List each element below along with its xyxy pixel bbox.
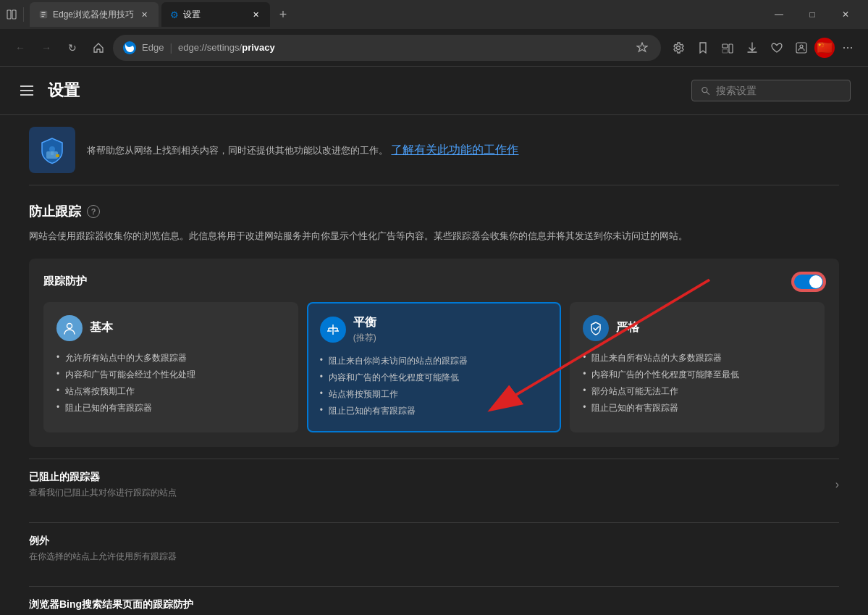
card-basic-item-4: 阻止已知的有害跟踪器 [56,400,285,417]
blocked-trackers-section[interactable]: 已阻止的跟踪器 查看我们已阻止其对你进行跟踪的站点 › [29,459,839,511]
toggle-knob [809,275,822,288]
collections-icon[interactable] [716,36,739,59]
card-strict-list: 阻止来自所有站点的大多数跟踪器 内容和广告的个性化程度可能降至最低 部分站点可能… [583,350,812,417]
blocked-title: 已阻止的跟踪器 [29,471,177,484]
tracking-section: 防止跟踪 ? 网站会使用跟踪器收集你的浏览信息。此信息将用于改进网站服务并向你显… [29,203,839,615]
more-title: 浏览器Bing搜索结果页面的跟踪防护 [29,598,839,611]
svg-rect-0 [7,10,11,19]
card-strict-item-4: 阻止已知的有害跟踪器 [583,400,812,417]
refresh-btn[interactable]: ↻ [61,36,84,59]
exceptions-desc: 在你选择的站点上允许使用所有跟踪器 [29,551,839,563]
new-tab-btn[interactable]: + [273,4,293,25]
address-url: edge://settings/privacy [178,42,275,53]
tab-2-label: 设置 [183,9,201,21]
sidebar-toggle-btn[interactable] [6,9,17,20]
blocked-desc: 查看我们已阻止其对你进行跟踪的站点 [29,487,177,499]
exceptions-section: 例外 在你选择的站点上允许使用所有跟踪器 [29,522,839,574]
exceptions-title: 例外 [29,535,839,548]
card-balanced-item-3: 站点将按预期工作 [320,386,549,403]
close-btn[interactable]: ✕ [829,3,862,26]
minimize-btn[interactable]: — [762,3,796,26]
svg-point-10 [49,146,55,152]
shield-big-icon [29,127,75,173]
maximize-btn[interactable]: □ [796,3,829,26]
svg-rect-5 [729,44,733,53]
back-btn[interactable]: ← [9,36,32,59]
card-balanced-title: 平衡 [353,315,376,330]
banner-link[interactable]: 了解有关此功能的工作作 [391,143,518,156]
card-balanced-item-1: 阻止来自你尚未访问的站点的跟踪器 [320,353,549,369]
banner-text: 将帮助您从网络上找到相关内容，同时还提供其他功能以改进您的工作。 了解有关此功能… [87,143,518,158]
favorites-btn[interactable] [633,39,651,57]
settings-icon[interactable] [667,36,690,59]
svg-rect-12 [56,154,59,157]
hamburger-menu[interactable] [17,83,36,99]
card-balanced-list: 阻止来自你尚未访问的站点的跟踪器 内容和广告的个性化程度可能降低 站点将按预期工… [320,353,549,419]
card-basic-icon [56,315,83,341]
card-basic-title: 基本 [90,320,113,335]
card-balanced-subtitle: (推荐) [353,332,376,344]
card-strict-icon [583,315,609,341]
svg-rect-11 [51,151,54,155]
address-box[interactable]: Edge | edge://settings/privacy [113,35,661,61]
download-icon[interactable] [741,36,764,59]
card-basic[interactable]: 基本 允许所有站点中的大多数跟踪器 内容和广告可能会经过个性化处理 站点将按预期… [43,302,298,432]
heart-icon[interactable] [765,36,788,59]
card-strict[interactable]: 严格 阻止来自所有站点的大多数跟踪器 内容和广告的个性化程度可能降至最低 部分站… [570,302,825,432]
section-desc: 网站会使用跟踪器收集你的浏览信息。此信息将用于改进网站服务并向你显示个性化广告等… [29,229,839,244]
tracking-box: 跟踪防护 [29,259,839,447]
edge-icon [123,41,136,54]
banner-area: 将帮助您从网络上找到相关内容，同时还提供其他功能以改进您的工作。 了解有关此功能… [29,115,839,185]
svg-rect-3 [722,44,728,48]
tracking-header: 跟踪防护 [43,273,825,290]
profile-icon[interactable] [790,36,813,59]
svg-rect-4 [722,49,728,53]
search-icon [701,85,710,96]
tracking-label: 跟踪防护 [43,275,87,288]
card-strict-header: 严格 [583,315,812,341]
account-flag[interactable]: 🇨🇳 [814,38,835,58]
settings-content: 设置 [0,67,868,615]
card-basic-item-2: 内容和广告可能会经过个性化处理 [56,367,285,383]
more-section: 浏览器Bing搜索结果页面的跟踪防护 [29,586,839,615]
tab-2[interactable]: ⚙ 设置 ✕ [161,2,270,27]
search-box[interactable] [691,80,851,101]
tab-1-close[interactable]: ✕ [138,9,150,20]
chevron-right-icon: › [835,478,839,491]
search-input[interactable] [716,85,841,96]
card-basic-item-1: 允许所有站点中的大多数跟踪器 [56,350,285,367]
settings-page-title: 设置 [48,80,80,101]
tab-1-label: Edge浏览器使用技巧 [53,9,134,21]
card-basic-item-3: 站点将按预期工作 [56,383,285,400]
addressbar: ← → ↻ Edge | edge://settings/privacy [0,29,868,67]
svg-point-13 [67,323,72,328]
section-title: 防止跟踪 ? [29,203,839,220]
card-balanced-icon [320,317,346,343]
card-strict-item-2: 内容和广告的个性化程度可能降至最低 [583,367,812,383]
card-balanced-item-2: 内容和广告的个性化程度可能降低 [320,369,549,386]
tab-2-close[interactable]: ✕ [250,9,261,20]
cards-row: 基本 允许所有站点中的大多数跟踪器 内容和广告可能会经过个性化处理 站点将按预期… [43,302,825,432]
tab-2-icon: ⚙ [170,9,179,20]
svg-point-7 [800,45,803,48]
forward-btn[interactable]: → [35,36,58,59]
titlebar: Edge浏览器使用技巧 ✕ ⚙ 设置 ✕ + — □ ✕ [0,0,868,29]
main-layout: 设置 [0,67,868,615]
card-basic-header: 基本 [56,315,285,341]
tab-1[interactable]: Edge浏览器使用技巧 ✕ [30,2,159,27]
card-basic-list: 允许所有站点中的大多数跟踪器 内容和广告可能会经过个性化处理 站点将按预期工作 … [56,350,285,417]
card-balanced[interactable]: 平衡 (推荐) 阻止来自你尚未访问的站点的跟踪器 内容和广告的个性化程度可能降低… [307,302,562,432]
card-balanced-header: 平衡 (推荐) [320,315,549,344]
help-icon[interactable]: ? [87,205,100,218]
settings-header: 设置 [0,67,868,115]
svg-rect-1 [12,10,16,19]
content-area: 将帮助您从网络上找到相关内容，同时还提供其他功能以改进您的工作。 了解有关此功能… [0,115,868,615]
home-btn[interactable] [87,36,110,59]
toolbar-icons: 🇨🇳 ··· [667,36,859,59]
address-separator: | [169,42,172,54]
card-strict-item-1: 阻止来自所有站点的大多数跟踪器 [583,350,812,367]
more-btn[interactable]: ··· [836,36,859,59]
tracking-toggle[interactable] [793,273,825,290]
bookmark-icon[interactable] [691,36,715,59]
card-balanced-item-4: 阻止已知的有害跟踪器 [320,403,549,419]
